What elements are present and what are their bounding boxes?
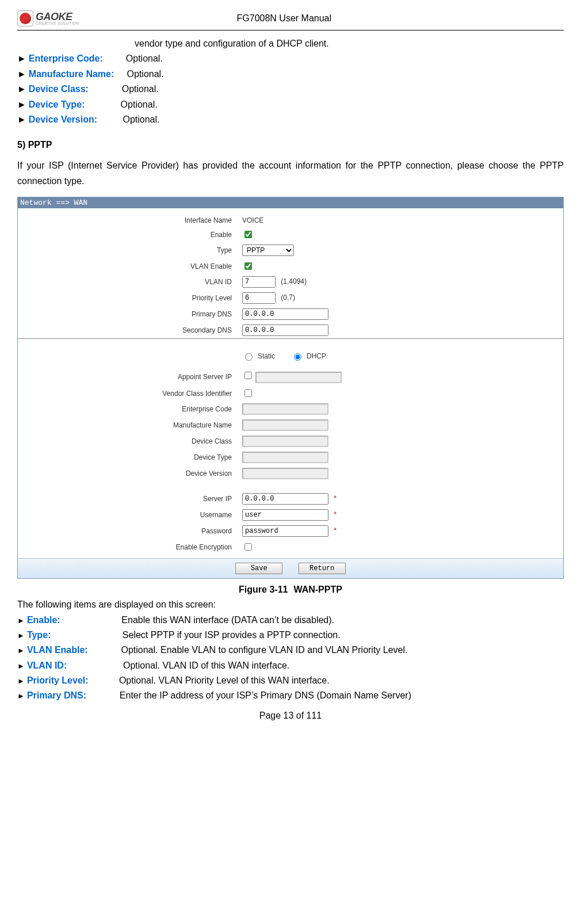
- term: Priority Level:: [27, 673, 89, 688]
- vlan-id-input[interactable]: [242, 276, 276, 288]
- type-select[interactable]: PPTP: [242, 245, 294, 256]
- enable-encryption-checkbox[interactable]: [244, 543, 252, 551]
- radio-dhcp[interactable]: DHCP: [291, 352, 326, 361]
- figure-caption: Figure 3-11WAN-PPTP: [17, 585, 564, 595]
- vendor-class-identifier-checkbox[interactable]: [244, 390, 252, 397]
- label-priority-level: Priority Level: [34, 290, 240, 306]
- label-device-version: Device Version: [34, 465, 240, 482]
- label-vlan-enable: VLAN Enable: [34, 258, 240, 274]
- device-version-input[interactable]: [242, 468, 328, 479]
- label-device-type: Device Type: [34, 449, 240, 465]
- priority-level-input[interactable]: [242, 292, 276, 304]
- desc: Enable this WAN interface (DATA can’t be…: [121, 613, 334, 628]
- label-secondary-dns: Secondary DNS: [34, 322, 240, 338]
- username-input[interactable]: [242, 509, 328, 521]
- enable-checkbox[interactable]: [244, 231, 252, 238]
- arrow-icon: ►: [17, 644, 25, 656]
- label-vlan-id: VLAN ID: [34, 274, 240, 290]
- def-line: ►Priority Level: Optional. VLAN Priority…: [17, 673, 564, 688]
- arrow-icon: ►: [17, 690, 25, 702]
- desc: Optional. VLAN Priority Level of this WA…: [119, 673, 330, 688]
- manufacture-name-input[interactable]: [242, 419, 328, 431]
- desc: Optional.: [123, 112, 159, 127]
- arrow-icon: ►: [17, 82, 26, 97]
- radio-static[interactable]: Static: [242, 352, 275, 361]
- term: VLAN Enable:: [27, 643, 88, 658]
- term: Type:: [27, 628, 51, 643]
- term: Device Version:: [29, 112, 97, 127]
- primary-dns-input[interactable]: [242, 308, 328, 320]
- desc: Optional.: [121, 97, 158, 112]
- page-number: Page 13 of 111: [17, 711, 564, 721]
- breadcrumb: Network ==> WAN: [18, 197, 563, 208]
- desc: Optional.: [122, 82, 159, 97]
- label-type: Type: [34, 242, 240, 258]
- arrow-icon: ►: [17, 660, 25, 672]
- def-line: ►Manufacture Name: Optional.: [17, 67, 564, 82]
- arrow-icon: ►: [17, 67, 26, 82]
- password-input[interactable]: [242, 525, 328, 537]
- term: Primary DNS:: [27, 688, 86, 703]
- label-enable-encryption: Enable Encryption: [34, 539, 240, 555]
- def-line: ►Enable: Enable this WAN interface (DATA…: [17, 613, 564, 628]
- dhcp-radio[interactable]: [294, 353, 301, 361]
- secondary-dns-input[interactable]: [242, 324, 328, 336]
- continued-line: vendor type and configuration of a DHCP …: [17, 36, 564, 51]
- term: VLAN ID:: [27, 658, 67, 673]
- static-radio[interactable]: [245, 353, 253, 361]
- arrow-icon: ►: [17, 97, 26, 112]
- def-line: ►Device Class: Optional.: [17, 82, 564, 97]
- section-heading: 5) PPTP: [17, 140, 564, 150]
- def-line: ►Enterprise Code: Optional.: [17, 51, 564, 66]
- def-line: ►Primary DNS: Enter the IP address of yo…: [17, 688, 564, 703]
- priority-hint: (0,7): [281, 293, 295, 301]
- device-type-input[interactable]: [242, 452, 328, 463]
- return-button[interactable]: Return: [299, 563, 346, 574]
- label-appoint-server-ip: Appoint Server IP: [34, 368, 240, 385]
- label-username: Username: [34, 507, 240, 523]
- logo-text: GAOKE: [36, 12, 79, 22]
- def-line: ►VLAN Enable: Optional. Enable VLAN to c…: [17, 643, 564, 658]
- page-header-title: FG7008N User Manual: [79, 13, 489, 24]
- label-vendor-class-identifier: Vendor Class Identifier: [34, 385, 240, 401]
- desc: Optional.: [127, 67, 164, 82]
- def-line: ►Device Type: Optional.: [17, 97, 564, 112]
- def-line: ►VLAN ID: Optional. VLAN ID of this WAN …: [17, 658, 564, 673]
- term: Device Class:: [29, 82, 89, 97]
- device-class-input[interactable]: [242, 436, 328, 447]
- def-line: ►Type: Select PPTP if your ISP provides …: [17, 628, 564, 643]
- desc: Optional. VLAN ID of this WAN interface.: [123, 658, 289, 673]
- server-ip-input[interactable]: [242, 493, 328, 505]
- figure-wan-pptp: Network ==> WAN Interface Name VOICE Ena…: [17, 197, 564, 579]
- term: Device Type:: [29, 97, 85, 112]
- vlan-enable-checkbox[interactable]: [244, 262, 252, 270]
- appoint-server-ip-input[interactable]: [255, 372, 342, 383]
- req-mark: *: [334, 494, 337, 502]
- req-mark: *: [334, 510, 337, 518]
- save-button[interactable]: Save: [235, 563, 282, 574]
- value-interface-name: VOICE: [240, 214, 547, 227]
- arrow-icon: ►: [17, 614, 25, 627]
- label-enterprise-code: Enterprise Code: [34, 401, 240, 417]
- label-server-ip: Server IP: [34, 491, 240, 507]
- term: Manufacture Name:: [29, 67, 114, 82]
- desc: Enter the IP address of your ISP’s Prima…: [120, 688, 411, 703]
- logo-mark-icon: [17, 10, 33, 26]
- vlan-id-hint: (1,4094): [281, 277, 307, 285]
- label-password: Password: [34, 523, 240, 539]
- label-interface-name: Interface Name: [34, 214, 240, 227]
- arrow-icon: ►: [17, 675, 25, 687]
- label-manufacture-name: Manufacture Name: [34, 417, 240, 433]
- arrow-icon: ►: [17, 112, 26, 127]
- appoint-server-ip-checkbox[interactable]: [244, 372, 252, 379]
- logo: GAOKE CREATIVE SOLUTION: [17, 10, 79, 26]
- desc: Optional. Enable VLAN to configure VLAN …: [121, 643, 407, 658]
- enterprise-code-input[interactable]: [242, 403, 328, 415]
- desc: Select PPTP if your ISP provides a PPTP …: [123, 628, 341, 643]
- label-primary-dns: Primary DNS: [34, 306, 240, 322]
- after-lead: The following items are displayed on thi…: [17, 597, 564, 612]
- logo-sub: CREATIVE SOLUTION: [36, 22, 79, 26]
- label-device-class: Device Class: [34, 433, 240, 449]
- term: Enterprise Code:: [29, 51, 103, 66]
- arrow-icon: ►: [17, 629, 25, 642]
